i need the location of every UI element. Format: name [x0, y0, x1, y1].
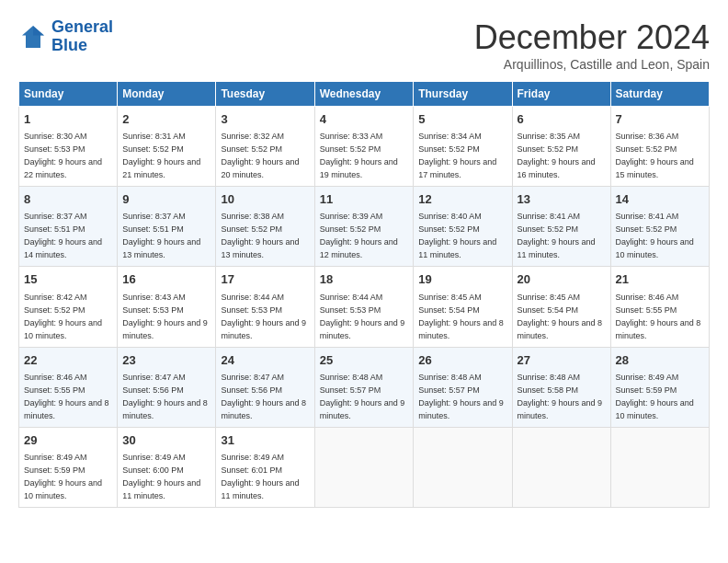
day-info: Sunrise: 8:46 AMSunset: 5:55 PMDaylight:…	[616, 293, 701, 340]
logo-blue: Blue	[51, 36, 87, 54]
day-info: Sunrise: 8:47 AMSunset: 5:56 PMDaylight:…	[221, 373, 306, 420]
list-item: 9 Sunrise: 8:37 AMSunset: 5:51 PMDayligh…	[118, 187, 216, 267]
day-info: Sunrise: 8:44 AMSunset: 5:53 PMDaylight:…	[221, 293, 306, 340]
day-number: 7	[616, 111, 704, 128]
day-number: 11	[320, 191, 409, 208]
list-item: 6 Sunrise: 8:35 AMSunset: 5:52 PMDayligh…	[512, 107, 610, 187]
day-info: Sunrise: 8:49 AMSunset: 6:00 PMDaylight:…	[122, 453, 200, 500]
day-info: Sunrise: 8:36 AMSunset: 5:52 PMDaylight:…	[616, 132, 694, 179]
day-info: Sunrise: 8:41 AMSunset: 5:52 PMDaylight:…	[616, 212, 694, 259]
day-info: Sunrise: 8:48 AMSunset: 5:57 PMDaylight:…	[320, 373, 405, 420]
list-item: 29 Sunrise: 8:49 AMSunset: 5:59 PMDaylig…	[19, 427, 118, 507]
day-number: 29	[24, 432, 112, 449]
day-number: 15	[24, 271, 112, 288]
day-number: 27	[518, 352, 606, 369]
day-number: 5	[418, 111, 506, 128]
day-info: Sunrise: 8:37 AMSunset: 5:51 PMDaylight:…	[122, 212, 200, 259]
list-item: 2 Sunrise: 8:31 AMSunset: 5:52 PMDayligh…	[118, 107, 216, 187]
day-number: 23	[122, 352, 210, 369]
day-number: 4	[320, 111, 409, 128]
day-number: 19	[418, 271, 506, 288]
day-number: 1	[24, 111, 112, 128]
list-item: 13 Sunrise: 8:41 AMSunset: 5:52 PMDaylig…	[512, 187, 610, 267]
day-number: 30	[122, 432, 210, 449]
svg-marker-1	[33, 26, 44, 35]
day-number: 12	[418, 191, 506, 208]
title-section: December 2024 Arquillinos, Castille and …	[474, 18, 710, 72]
list-item	[610, 427, 709, 507]
table-row: 1 Sunrise: 8:30 AMSunset: 5:53 PMDayligh…	[19, 107, 710, 187]
day-number: 8	[24, 191, 112, 208]
day-info: Sunrise: 8:48 AMSunset: 5:57 PMDaylight:…	[418, 373, 504, 420]
day-info: Sunrise: 8:47 AMSunset: 5:56 PMDaylight:…	[122, 373, 208, 420]
calendar-table: Sunday Monday Tuesday Wednesday Thursday…	[18, 81, 710, 508]
list-item: 23 Sunrise: 8:47 AMSunset: 5:56 PMDaylig…	[118, 347, 216, 427]
day-number: 3	[221, 111, 309, 128]
list-item: 5 Sunrise: 8:34 AMSunset: 5:52 PMDayligh…	[414, 107, 512, 187]
list-item: 7 Sunrise: 8:36 AMSunset: 5:52 PMDayligh…	[610, 107, 709, 187]
list-item: 21 Sunrise: 8:46 AMSunset: 5:55 PMDaylig…	[610, 267, 709, 347]
day-info: Sunrise: 8:38 AMSunset: 5:52 PMDaylight:…	[221, 212, 299, 259]
day-info: Sunrise: 8:41 AMSunset: 5:52 PMDaylight:…	[518, 212, 596, 259]
day-info: Sunrise: 8:40 AMSunset: 5:52 PMDaylight:…	[418, 212, 496, 259]
table-row: 15 Sunrise: 8:42 AMSunset: 5:52 PMDaylig…	[19, 267, 710, 347]
day-info: Sunrise: 8:34 AMSunset: 5:52 PMDaylight:…	[418, 132, 496, 179]
list-item: 24 Sunrise: 8:47 AMSunset: 5:56 PMDaylig…	[216, 347, 314, 427]
day-info: Sunrise: 8:37 AMSunset: 5:51 PMDaylight:…	[24, 212, 102, 259]
day-info: Sunrise: 8:42 AMSunset: 5:52 PMDaylight:…	[24, 293, 102, 340]
list-item: 26 Sunrise: 8:48 AMSunset: 5:57 PMDaylig…	[414, 347, 512, 427]
list-item: 3 Sunrise: 8:32 AMSunset: 5:52 PMDayligh…	[216, 107, 314, 187]
list-item: 1 Sunrise: 8:30 AMSunset: 5:53 PMDayligh…	[19, 107, 118, 187]
location-title: Arquillinos, Castille and Leon, Spain	[474, 57, 710, 72]
table-row: 29 Sunrise: 8:49 AMSunset: 5:59 PMDaylig…	[19, 427, 710, 507]
day-number: 13	[518, 191, 606, 208]
day-info: Sunrise: 8:31 AMSunset: 5:52 PMDaylight:…	[122, 132, 200, 179]
day-number: 20	[518, 271, 606, 288]
day-number: 6	[518, 111, 606, 128]
list-item: 19 Sunrise: 8:45 AMSunset: 5:54 PMDaylig…	[414, 267, 512, 347]
day-info: Sunrise: 8:33 AMSunset: 5:52 PMDaylight:…	[320, 132, 398, 179]
logo: General Blue	[18, 18, 113, 55]
day-number: 22	[24, 352, 112, 369]
day-info: Sunrise: 8:35 AMSunset: 5:52 PMDaylight:…	[518, 132, 596, 179]
day-number: 28	[616, 352, 704, 369]
list-item	[314, 427, 414, 507]
col-tuesday: Tuesday	[216, 82, 314, 107]
col-thursday: Thursday	[414, 82, 512, 107]
list-item: 31 Sunrise: 8:49 AMSunset: 6:01 PMDaylig…	[216, 427, 314, 507]
list-item: 25 Sunrise: 8:48 AMSunset: 5:57 PMDaylig…	[314, 347, 414, 427]
day-number: 17	[221, 271, 309, 288]
day-info: Sunrise: 8:39 AMSunset: 5:52 PMDaylight:…	[320, 212, 398, 259]
list-item: 11 Sunrise: 8:39 AMSunset: 5:52 PMDaylig…	[314, 187, 414, 267]
col-wednesday: Wednesday	[314, 82, 414, 107]
col-friday: Friday	[512, 82, 610, 107]
list-item: 22 Sunrise: 8:46 AMSunset: 5:55 PMDaylig…	[19, 347, 118, 427]
list-item: 12 Sunrise: 8:40 AMSunset: 5:52 PMDaylig…	[414, 187, 512, 267]
list-item: 28 Sunrise: 8:49 AMSunset: 5:59 PMDaylig…	[610, 347, 709, 427]
table-row: 8 Sunrise: 8:37 AMSunset: 5:51 PMDayligh…	[19, 187, 710, 267]
day-info: Sunrise: 8:49 AMSunset: 6:01 PMDaylight:…	[221, 453, 299, 500]
day-number: 26	[418, 352, 506, 369]
list-item	[414, 427, 512, 507]
month-title: December 2024	[474, 18, 710, 57]
list-item: 16 Sunrise: 8:43 AMSunset: 5:53 PMDaylig…	[118, 267, 216, 347]
table-row: 22 Sunrise: 8:46 AMSunset: 5:55 PMDaylig…	[19, 347, 710, 427]
day-number: 16	[122, 271, 210, 288]
logo-icon	[18, 22, 48, 52]
list-item: 15 Sunrise: 8:42 AMSunset: 5:52 PMDaylig…	[19, 267, 118, 347]
day-info: Sunrise: 8:49 AMSunset: 5:59 PMDaylight:…	[24, 453, 102, 500]
day-number: 31	[221, 432, 309, 449]
list-item: 14 Sunrise: 8:41 AMSunset: 5:52 PMDaylig…	[610, 187, 709, 267]
day-info: Sunrise: 8:45 AMSunset: 5:54 PMDaylight:…	[518, 293, 603, 340]
day-info: Sunrise: 8:43 AMSunset: 5:53 PMDaylight:…	[122, 293, 208, 340]
list-item: 20 Sunrise: 8:45 AMSunset: 5:54 PMDaylig…	[512, 267, 610, 347]
day-number: 21	[616, 271, 704, 288]
day-number: 18	[320, 271, 409, 288]
list-item: 4 Sunrise: 8:33 AMSunset: 5:52 PMDayligh…	[314, 107, 414, 187]
list-item: 8 Sunrise: 8:37 AMSunset: 5:51 PMDayligh…	[19, 187, 118, 267]
day-number: 10	[221, 191, 309, 208]
day-info: Sunrise: 8:49 AMSunset: 5:59 PMDaylight:…	[616, 373, 694, 420]
list-item: 17 Sunrise: 8:44 AMSunset: 5:53 PMDaylig…	[216, 267, 314, 347]
day-number: 25	[320, 352, 409, 369]
col-monday: Monday	[118, 82, 216, 107]
